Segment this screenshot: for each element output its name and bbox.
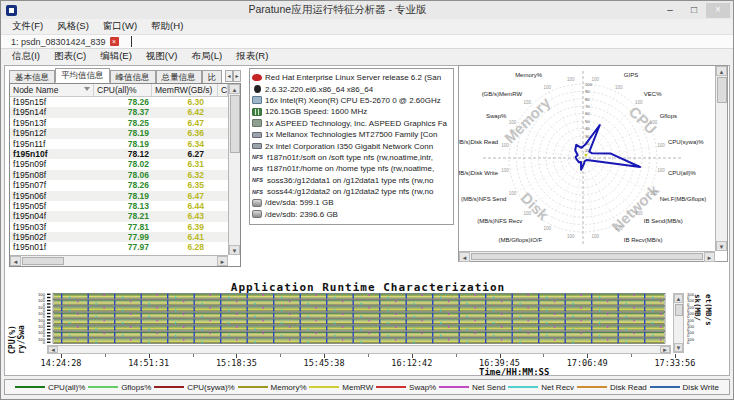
scroll-down-icon[interactable]: ▼ bbox=[716, 241, 727, 251]
scroll-thumb[interactable] bbox=[22, 257, 64, 265]
memrw-cell: 6.47 bbox=[152, 118, 218, 128]
menu-item[interactable]: 风格(S) bbox=[50, 20, 96, 33]
table-row[interactable]: f195n10f78.126.27 bbox=[10, 149, 228, 159]
timeline-vscrollbar[interactable]: ▲▼ bbox=[673, 293, 684, 353]
scroll-thumb[interactable] bbox=[675, 304, 683, 316]
table-hscrollbar[interactable]: ◄► bbox=[10, 255, 228, 266]
svg-text:(MB/s)NFS Send: (MB/s)NFS Send bbox=[461, 196, 506, 202]
svg-text:100: 100 bbox=[650, 120, 658, 125]
menu-item[interactable]: 布局(L) bbox=[185, 50, 230, 63]
memrw-cell: 6.30 bbox=[152, 97, 218, 107]
node-name-cell: f195n04f bbox=[10, 211, 94, 221]
svg-text:100: 100 bbox=[657, 168, 665, 173]
scroll-left-icon[interactable]: ◄ bbox=[459, 252, 470, 262]
timeline-hscrollbar[interactable]: ◄► bbox=[47, 345, 671, 354]
scroll-up-icon[interactable]: ▲ bbox=[229, 84, 240, 94]
tab-平均值信息[interactable]: 平均值信息 bbox=[55, 68, 110, 83]
cpu-cell: 78.19 bbox=[94, 191, 152, 201]
system-info-item: NFSf187n01f:/soft on /soft type nfs (rw,… bbox=[252, 152, 451, 163]
column-header-cp[interactable]: CP bbox=[218, 84, 228, 96]
table-row[interactable]: f195n13f78.256.47 bbox=[10, 118, 228, 128]
table-row[interactable]: f195n07f78.266.35 bbox=[10, 180, 228, 190]
cpu-cell: 78.19 bbox=[94, 128, 152, 138]
system-info-text: 1x ASPEED Technology, Inc. ASPEED Graphi… bbox=[265, 119, 447, 128]
scroll-left-icon[interactable]: ◄ bbox=[48, 346, 58, 353]
legend-item: Net Send bbox=[439, 383, 505, 392]
menu-item[interactable]: 窗口(W) bbox=[96, 20, 144, 33]
view-menubar: 信息(I)图表(C)编辑(E)视图(V)布局(L)报表(R) bbox=[1, 49, 733, 64]
menu-item[interactable]: 信息(I) bbox=[5, 50, 47, 63]
table-row[interactable]: f195n04f78.216.43 bbox=[10, 211, 228, 221]
legend-item: CPU(sywa)% bbox=[154, 383, 235, 392]
menu-item[interactable]: 编辑(E) bbox=[93, 50, 139, 63]
table-row[interactable]: f195n12f78.196.36 bbox=[10, 128, 228, 138]
menu-item[interactable]: 帮助(H) bbox=[144, 20, 190, 33]
menu-item[interactable]: 图表(C) bbox=[47, 50, 93, 63]
legend-color-line bbox=[577, 386, 607, 388]
y-axis-label-left: ry/Swa bbox=[17, 325, 26, 354]
memrw-cell: 6.27 bbox=[152, 149, 218, 159]
scroll-right-icon[interactable]: ► bbox=[217, 256, 228, 266]
table-row[interactable]: f195n03f77.816.39 bbox=[10, 222, 228, 232]
table-row[interactable]: f195n06f78.196.47 bbox=[10, 191, 228, 201]
column-header-memrw-gb-s-[interactable]: MemRW(GB/s) bbox=[152, 84, 218, 96]
system-info-text: Red Hat Enterprise Linux Server release … bbox=[265, 73, 441, 82]
scroll-up-icon[interactable]: ▲ bbox=[674, 294, 683, 303]
menu-item[interactable]: 报表(R) bbox=[229, 50, 275, 63]
scroll-down-icon[interactable]: ▼ bbox=[674, 343, 683, 352]
tab-scroll-left-icon[interactable]: ◂ bbox=[225, 70, 233, 82]
radar-vscrollbar[interactable]: ▲▼ bbox=[715, 66, 727, 251]
table-vscrollbar[interactable]: ▲▼ bbox=[228, 84, 240, 255]
memrw-cell: 6.41 bbox=[152, 232, 218, 242]
svg-text:70: 70 bbox=[585, 104, 590, 109]
scroll-thumb[interactable] bbox=[230, 95, 240, 153]
radar-hscrollbar[interactable]: ◄► bbox=[459, 251, 715, 261]
tab-close-icon[interactable]: × bbox=[110, 37, 119, 46]
scroll-right-icon[interactable]: ► bbox=[660, 346, 670, 353]
radar-panel: MemoryCPUDiskNetwork10203040506070809010… bbox=[458, 65, 728, 262]
system-info-item: 1x ASPEED Technology, Inc. ASPEED Graphi… bbox=[252, 118, 451, 129]
node-name-cell: f195n07f bbox=[10, 180, 94, 190]
node-name-cell: f195n01f bbox=[10, 242, 94, 252]
close-button[interactable]: × bbox=[706, 3, 730, 18]
svg-text:CPU(all)%: CPU(all)% bbox=[668, 170, 697, 176]
node-name-cell: f195n12f bbox=[10, 128, 94, 138]
scroll-up-icon[interactable]: ▲ bbox=[716, 66, 727, 76]
scroll-right-icon[interactable]: ► bbox=[704, 252, 715, 262]
tab-总量信息[interactable]: 总量信息 bbox=[156, 70, 202, 83]
scroll-thumb[interactable] bbox=[471, 253, 703, 260]
legend-label: Memory% bbox=[271, 383, 307, 392]
column-header-cpu-all-[interactable]: CPU(all)% bbox=[94, 84, 152, 96]
scroll-left-icon[interactable]: ◄ bbox=[10, 256, 21, 266]
y-tick-labels: 10001000100010001000100010001000 bbox=[34, 293, 45, 344]
tab-scroll-right-icon[interactable]: ▸ bbox=[233, 70, 241, 82]
legend-label: MemRW bbox=[342, 383, 373, 392]
scroll-thumb[interactable] bbox=[717, 77, 727, 103]
table-row[interactable]: f195n09f78.026.31 bbox=[10, 159, 228, 169]
tab-比[interactable]: 比 bbox=[202, 70, 223, 83]
table-row[interactable]: f195n11f78.196.34 bbox=[10, 139, 228, 149]
tab-峰值信息[interactable]: 峰值信息 bbox=[110, 70, 156, 83]
document-tab[interactable]: 1: psdn_08301424_839 × bbox=[7, 35, 123, 48]
x-axis-minor-tick bbox=[543, 354, 544, 357]
filter-icon[interactable] bbox=[84, 87, 90, 94]
table-row[interactable]: f195n01f77.976.28 bbox=[10, 242, 228, 252]
window-controls: – □ × bbox=[658, 3, 730, 18]
svg-text:90: 90 bbox=[585, 89, 590, 94]
svg-text:IB Send(MB/s): IB Send(MB/s) bbox=[644, 218, 683, 224]
menu-item[interactable]: 视图(V) bbox=[139, 50, 185, 63]
menu-item[interactable]: 文件(F) bbox=[5, 20, 50, 33]
svg-text:50: 50 bbox=[585, 119, 590, 124]
table-row[interactable]: f195n05f78.136.44 bbox=[10, 201, 228, 211]
minimize-button[interactable]: – bbox=[658, 3, 682, 18]
table-row[interactable]: f195n14f78.376.42 bbox=[10, 107, 228, 117]
table-row[interactable]: f195n02f77.996.41 bbox=[10, 232, 228, 242]
table-row[interactable]: f195n08f78.066.32 bbox=[10, 170, 228, 180]
nfs-icon: NFS bbox=[252, 188, 264, 196]
tab-基本信息[interactable]: 基本信息 bbox=[9, 70, 55, 83]
scroll-down-icon[interactable]: ▼ bbox=[229, 245, 240, 255]
maximize-button[interactable]: □ bbox=[682, 3, 706, 18]
column-header-node-name[interactable]: Node Name bbox=[10, 84, 94, 96]
table-row[interactable]: f195n15f78.266.30 bbox=[10, 97, 228, 107]
system-info-item: NFSf187n01f:/home on /home type nfs (rw,… bbox=[252, 163, 451, 174]
